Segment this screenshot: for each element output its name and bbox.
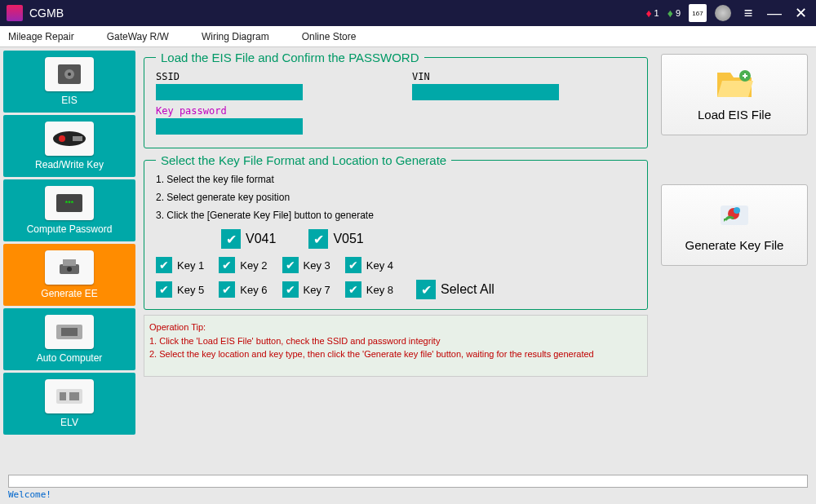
ssid-label: SSID — [156, 71, 379, 82]
menu-icon[interactable]: ≡ — [739, 5, 757, 22]
checkbox-key5[interactable]: ✔Key 5 — [156, 280, 204, 299]
svg-rect-15 — [69, 392, 79, 400]
menu-gateway[interactable]: GateWay R/W — [107, 31, 169, 42]
sidebar-item-label: Auto Computer — [37, 352, 103, 364]
calendar-badge[interactable]: 167 — [689, 4, 707, 22]
folder-plus-icon — [715, 69, 754, 101]
checkbox-key2[interactable]: ✔Key 2 — [219, 257, 267, 273]
load-eis-button[interactable]: Load EIS File — [661, 54, 808, 135]
status-text: Welcome! — [0, 488, 816, 502]
check-icon: ✔ — [345, 257, 361, 273]
operation-tip: Operation Tip: 1. Click the 'Load EIS Fi… — [144, 315, 648, 377]
load-button-label: Load EIS File — [698, 108, 771, 122]
checkbox-key4[interactable]: ✔Key 4 — [345, 257, 393, 273]
footer: Welcome! — [0, 475, 816, 504]
sidebar-item-generate[interactable]: Generate EE — [3, 244, 135, 306]
globe-icon[interactable] — [715, 5, 731, 21]
step-2: 2. Select generate key position — [156, 192, 636, 203]
safe-icon — [45, 57, 94, 91]
sidebar-item-label: Generate EE — [41, 288, 97, 299]
minimize-icon[interactable]: — — [765, 5, 783, 22]
svg-point-10 — [67, 267, 72, 272]
sidebar-item-readwrite[interactable]: Read/Write Key — [3, 115, 135, 177]
check-icon: ✔ — [282, 281, 299, 298]
sidebar-item-label: Compute Password — [27, 223, 113, 235]
svg-rect-5 — [73, 136, 82, 141]
vin-input[interactable] — [412, 84, 559, 100]
svg-rect-9 — [63, 259, 76, 266]
sidebar-item-autocomp[interactable]: Auto Computer — [3, 308, 135, 370]
app-title: CGMB — [29, 7, 645, 20]
ecu-icon — [45, 315, 94, 349]
sidebar-item-label: EIS — [61, 95, 77, 106]
check-icon: ✔ — [219, 257, 235, 273]
sidebar-item-label: Read/Write Key — [35, 159, 104, 170]
content-area: Load the EIS File and Confirm the PASSWO… — [139, 47, 653, 475]
sidebar-item-label: ELV — [60, 417, 78, 428]
load-legend: Load the EIS File and Confirm the PASSWO… — [156, 51, 424, 64]
key-icon — [45, 122, 94, 156]
sidebar-item-eis[interactable]: EIS — [3, 51, 135, 113]
header-stats: ♦1 ♦9 167 ≡ — ✕ — [645, 4, 809, 22]
check-icon: ✔ — [156, 281, 172, 298]
svg-rect-14 — [60, 392, 66, 400]
check-icon: ✔ — [308, 229, 328, 249]
tip-line1: 1. Click the 'Load EIS File' button, che… — [149, 334, 642, 348]
check-icon: ✔ — [221, 229, 241, 249]
svg-point-4 — [59, 135, 65, 142]
right-panel: Load EIS File Generate Key File — [653, 47, 816, 475]
svg-point-19 — [734, 207, 740, 214]
green-count: 9 — [676, 8, 681, 18]
step-3: 3. Click the [Generate Key File] button … — [156, 210, 636, 221]
password-icon: *** — [45, 186, 94, 220]
svg-rect-12 — [61, 328, 78, 336]
step-1: 1. Select the key file format — [156, 174, 636, 185]
check-icon: ✔ — [416, 280, 436, 299]
checkbox-v041[interactable]: ✔V041 — [221, 229, 276, 249]
generate-key-button[interactable]: Generate Key File — [661, 184, 808, 266]
check-icon: ✔ — [345, 281, 361, 298]
sidebar-item-compute[interactable]: *** Compute Password — [3, 179, 135, 241]
menu-bar: Mileage Repair GateWay R/W Wiring Diagra… — [0, 26, 816, 47]
checkbox-v051[interactable]: ✔V051 — [308, 229, 363, 249]
select-fieldset: Select the Key File Format and Location … — [144, 153, 648, 310]
load-fieldset: Load the EIS File and Confirm the PASSWO… — [144, 51, 648, 148]
generate-icon — [715, 199, 754, 232]
checkbox-key6[interactable]: ✔Key 6 — [219, 280, 267, 299]
svg-point-2 — [68, 73, 71, 76]
tip-line2: 2. Select the key location and key type,… — [149, 347, 642, 361]
title-bar: CGMB ♦1 ♦9 167 ≡ — ✕ — [0, 0, 816, 26]
select-legend: Select the Key File Format and Location … — [156, 153, 451, 167]
checkbox-key3[interactable]: ✔Key 3 — [282, 257, 330, 273]
checkbox-key1[interactable]: ✔Key 1 — [156, 257, 204, 273]
red-count: 1 — [654, 8, 659, 18]
app-icon — [7, 5, 23, 21]
menu-wiring[interactable]: Wiring Diagram — [202, 31, 269, 42]
sidebar-item-elv[interactable]: ELV — [3, 373, 135, 435]
keypwd-input[interactable] — [156, 118, 303, 135]
generate-button-label: Generate Key File — [685, 238, 784, 252]
check-icon: ✔ — [219, 281, 235, 298]
vin-label: VIN — [412, 71, 636, 82]
diamond-green-icon: ♦ — [667, 7, 673, 20]
ssid-input[interactable] — [156, 84, 303, 100]
keypwd-label: Key password — [156, 105, 379, 117]
progress-bar — [8, 475, 808, 488]
menu-store[interactable]: Online Store — [302, 31, 357, 42]
printer-icon — [45, 250, 94, 285]
close-icon[interactable]: ✕ — [792, 4, 809, 22]
stat-red: ♦1 — [645, 7, 659, 20]
svg-text:***: *** — [65, 199, 74, 207]
check-icon: ✔ — [282, 257, 299, 273]
checkbox-key8[interactable]: ✔Key 8 — [345, 280, 393, 299]
circuit-icon — [45, 379, 94, 413]
diamond-red-icon: ♦ — [645, 7, 651, 20]
checkbox-select-all[interactable]: ✔Select All — [416, 280, 494, 299]
stat-green: ♦9 — [667, 7, 681, 20]
sidebar: EIS Read/Write Key *** Compute Password … — [0, 47, 139, 475]
check-icon: ✔ — [156, 257, 172, 273]
menu-mileage[interactable]: Mileage Repair — [8, 31, 74, 42]
checkbox-key7[interactable]: ✔Key 7 — [282, 280, 330, 299]
tip-title: Operation Tip: — [149, 321, 642, 334]
